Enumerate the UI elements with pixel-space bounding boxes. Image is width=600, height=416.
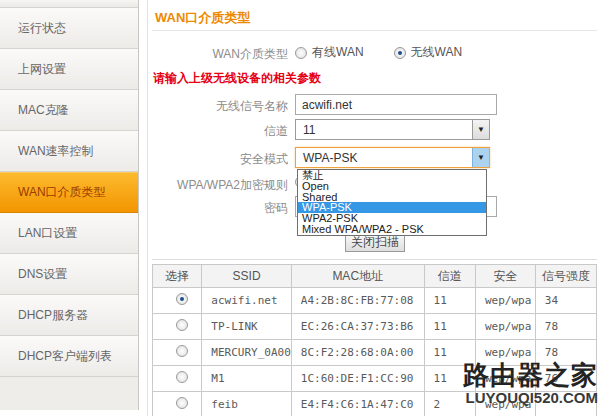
cell-security: wep/wpa (475, 392, 535, 416)
cell-ssid: TP-LINK (202, 314, 291, 340)
cell-channel: 11 (424, 288, 475, 314)
sidebar-cut-item (0, 0, 138, 8)
cell-channel: 11 (424, 340, 475, 366)
table-row: acwifi.net A4:2B:8C:FB:77:08 11 wep/wpa … (153, 288, 597, 314)
sidebar-nav: 运行状态 上网设置 MAC克隆 WAN速率控制 WAN口介质类型 LAN口设置 … (0, 0, 139, 410)
media-type-label: WAN介质类型 (152, 46, 288, 63)
channel-label: 信道 (152, 123, 288, 140)
cell-signal: 78 (535, 314, 596, 340)
table-row: TP-LINK EC:26:CA:37:73:B6 11 wep/wpa 78 (153, 314, 597, 340)
chevron-down-icon[interactable]: ▼ (472, 148, 489, 167)
header-select: 选择 (153, 265, 202, 288)
sidebar-item-wan-rate-control[interactable]: WAN速率控制 (0, 131, 138, 172)
cell-ssid: acwifi.net (202, 288, 291, 314)
row-select-radio[interactable] (176, 397, 188, 409)
table-header-row: 选择 SSID MAC地址 信道 安全 信号强度 (153, 265, 597, 288)
header-ssid: SSID (202, 265, 291, 288)
section-divider (152, 259, 597, 260)
cell-signal (535, 392, 596, 416)
sidebar-item-dhcp-server[interactable]: DHCP服务器 (0, 295, 138, 336)
sidebar-item-lan-settings[interactable]: LAN口设置 (0, 213, 138, 254)
security-mode-dropdown-list: 禁止 Open Shared WPA-PSK WPA2-PSK Mixed WP… (297, 169, 487, 236)
sidebar-item-dns-settings[interactable]: DNS设置 (0, 254, 138, 295)
sidebar-item-internet-settings[interactable]: 上网设置 (0, 49, 138, 90)
sidebar-item-running-status[interactable]: 运行状态 (0, 8, 138, 49)
wired-wan-option[interactable]: 有线WAN (295, 44, 364, 61)
sidebar-item-mac-clone[interactable]: MAC克隆 (0, 90, 138, 131)
cell-channel: 11 (424, 366, 475, 392)
cell-security: wep/wpa (475, 288, 535, 314)
row-select-radio[interactable] (176, 293, 188, 305)
cell-ssid: feib (202, 392, 291, 416)
channel-select[interactable]: 11 ▼ (295, 119, 490, 140)
sidebar-item-wan-media-type[interactable]: WAN口介质类型 (0, 172, 138, 213)
wireless-wan-option[interactable]: 无线WAN (394, 44, 463, 61)
content-divider-line (147, 0, 148, 416)
security-mode-select[interactable]: WPA-PSK ▼ (295, 147, 490, 168)
title-divider (152, 30, 597, 31)
sidebar-item-dhcp-client-list[interactable]: DHCP客户端列表 (0, 336, 138, 377)
header-mac: MAC地址 (291, 265, 424, 288)
cell-signal: 78 (535, 340, 596, 366)
cell-ssid: M1 (202, 366, 291, 392)
table-row: feib E4:F4:C6:1A:47:C0 2 wep/wpa (153, 392, 597, 416)
wireless-wan-radio[interactable] (394, 47, 406, 59)
ssid-input[interactable] (295, 94, 497, 115)
encryption-rule-label: WPA/WPA2加密规则 (152, 177, 288, 194)
row-select-radio[interactable] (176, 371, 188, 383)
media-type-radio-group: 有线WAN 无线WAN (295, 44, 462, 61)
dropdown-option-open[interactable]: Open (298, 181, 486, 192)
notice-text: 请输入上级无线设备的相关参数 (153, 70, 321, 87)
chevron-down-icon[interactable]: ▼ (472, 120, 489, 139)
wired-wan-label: 有线WAN (312, 44, 364, 61)
cell-mac: E4:F4:C6:1A:47:C0 (291, 392, 424, 416)
dropdown-option-mixed-wpa[interactable]: Mixed WPA/WPA2 - PSK (298, 224, 486, 235)
table-row: MERCURY_0A00 8C:F2:28:68:0A:00 11 wep/wp… (153, 340, 597, 366)
cell-mac: 8C:F2:28:68:0A:00 (291, 340, 424, 366)
cell-mac: A4:2B:8C:FB:77:08 (291, 288, 424, 314)
table-row: M1 1C:60:DE:F1:CC:90 11 wep/wpa 76 (153, 366, 597, 392)
cell-mac: 1C:60:DE:F1:CC:90 (291, 366, 424, 392)
wired-wan-radio[interactable] (295, 47, 307, 59)
cell-mac: EC:26:CA:37:73:B6 (291, 314, 424, 340)
row-select-radio[interactable] (176, 345, 188, 357)
cell-security: wep/wpa (475, 366, 535, 392)
security-mode-label: 安全模式 (152, 151, 288, 168)
wifi-scan-table: 选择 SSID MAC地址 信道 安全 信号强度 acwifi.net A4:2… (152, 264, 597, 416)
header-signal: 信号强度 (535, 265, 596, 288)
channel-select-value: 11 (296, 123, 472, 137)
cell-channel: 11 (424, 314, 475, 340)
cell-security: wep/wpa (475, 314, 535, 340)
header-security: 安全 (475, 265, 535, 288)
close-scan-button[interactable]: 关闭扫描 (345, 233, 405, 252)
main-content: WAN口介质类型 WAN介质类型 有线WAN 无线WAN 请输入上级无线设备的相… (152, 0, 598, 416)
ssid-label: 无线信号名称 (152, 98, 288, 115)
wireless-wan-label: 无线WAN (411, 44, 463, 61)
cell-signal: 34 (535, 288, 596, 314)
page-title: WAN口介质类型 (155, 9, 250, 27)
header-channel: 信道 (424, 265, 475, 288)
password-label: 密码 (152, 200, 288, 217)
cell-signal: 76 (535, 366, 596, 392)
cell-ssid: MERCURY_0A00 (202, 340, 291, 366)
cell-channel: 2 (424, 392, 475, 416)
row-select-radio[interactable] (176, 319, 188, 331)
security-mode-select-value: WPA-PSK (296, 151, 472, 165)
cell-security: wep/wpa (475, 340, 535, 366)
